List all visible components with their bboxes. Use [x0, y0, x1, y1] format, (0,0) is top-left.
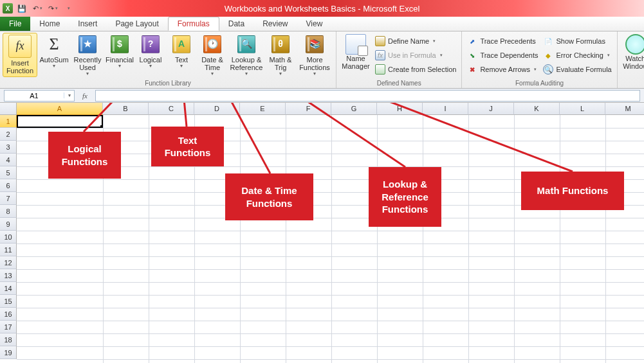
row-header[interactable]: 10	[0, 231, 17, 243]
undo-icon[interactable]: ↶▾	[31, 2, 44, 15]
chevron-down-icon: ▾	[86, 71, 89, 77]
column-header[interactable]: A	[17, 103, 103, 115]
row-header[interactable]: 6	[0, 179, 17, 192]
row-header[interactable]: 4	[0, 154, 17, 166]
more-functions-button[interactable]: 📚 More Functions ▾	[296, 33, 333, 77]
tab-insert[interactable]: Insert	[69, 17, 106, 31]
callout-lookup: Lookup & Reference Functions	[369, 167, 441, 227]
remove-arrows-button[interactable]: ✖ Remove Arrows ▾	[465, 62, 540, 76]
name-box-value[interactable]: A1	[5, 92, 64, 100]
row-headers: 12345678910111213141516171819	[0, 115, 17, 359]
tab-home[interactable]: Home	[30, 17, 69, 31]
book-icon: 🕐	[203, 35, 221, 53]
evaluate-formula-button[interactable]: 🔍 Evaluate Formula	[540, 62, 614, 76]
logical-button[interactable]: ? Logical ▾	[135, 33, 166, 77]
use-in-formula-button[interactable]: fx Use in Formula ▾	[373, 48, 459, 62]
show-formulas-button[interactable]: 📄 Show Formulas	[540, 34, 614, 48]
column-header[interactable]: I	[423, 103, 468, 115]
name-manager-button[interactable]: Name Manager	[339, 33, 373, 76]
name-box[interactable]: A1 ▾	[4, 90, 75, 102]
tab-page-layout[interactable]: Page Layout	[106, 17, 167, 31]
callout-logical: Logical Functions	[48, 132, 121, 179]
save-icon[interactable]: 💾	[15, 2, 28, 15]
text-button[interactable]: A Text ▾	[166, 33, 197, 77]
date-time-button[interactable]: 🕐 Date & Time ▾	[197, 33, 228, 77]
select-all-corner[interactable]	[0, 103, 17, 115]
row-header[interactable]: 15	[0, 295, 17, 308]
chevron-down-icon: ▾	[180, 64, 183, 69]
book-icon: $	[111, 35, 129, 53]
row-header[interactable]: 5	[0, 166, 17, 179]
row-header[interactable]: 3	[0, 141, 17, 154]
row-header[interactable]: 11	[0, 243, 17, 256]
recently-used-button[interactable]: ★ Recently Used ▾	[71, 33, 104, 77]
tab-formulas[interactable]: Formulas	[168, 17, 219, 31]
column-header[interactable]: L	[560, 103, 605, 115]
excel-icon: X	[3, 3, 13, 13]
insert-function-label: Insert Function	[5, 59, 35, 75]
column-header[interactable]: B	[103, 103, 149, 115]
use-in-formula-label: Use in Formula	[388, 51, 436, 59]
row-header[interactable]: 13	[0, 269, 17, 282]
row-header[interactable]: 12	[0, 256, 17, 269]
create-from-selection-label: Create from Selection	[388, 66, 456, 73]
row-header[interactable]: 19	[0, 346, 17, 359]
autosum-button[interactable]: Σ AutoSum ▾	[37, 33, 71, 77]
row-header[interactable]: 9	[0, 218, 17, 231]
row-header[interactable]: 2	[0, 128, 17, 141]
error-checking-button[interactable]: ◆ Error Checking ▾	[540, 48, 614, 62]
group-formula-auditing: ⬈ Trace Precedents ⬊ Trace Dependents ✖ …	[462, 31, 617, 88]
tab-file[interactable]: File	[0, 17, 30, 31]
column-header[interactable]: D	[194, 103, 240, 115]
trace-dependents-button[interactable]: ⬊ Trace Dependents	[465, 48, 540, 62]
callout-text: Text Functions	[151, 127, 224, 166]
column-header[interactable]: H	[377, 103, 423, 115]
tab-review[interactable]: Review	[253, 17, 297, 31]
name-manager-label: Name Manager	[340, 55, 371, 70]
watch-window-button[interactable]: Watch Window	[620, 33, 644, 70]
column-header[interactable]: G	[331, 103, 377, 115]
lookup-reference-button[interactable]: 🔍 Lookup & Reference ▾	[228, 33, 265, 77]
column-header[interactable]: F	[286, 103, 331, 115]
watch-window-label: Watch Window	[621, 55, 644, 70]
active-cell[interactable]	[17, 115, 103, 128]
callout-math: Math Functions	[521, 172, 624, 210]
column-header[interactable]: K	[514, 103, 560, 115]
more-functions-label: More Functions	[297, 56, 332, 71]
column-headers: ABCDEFGHIJKLMN	[17, 103, 644, 115]
trace-precedents-button[interactable]: ⬈ Trace Precedents	[465, 34, 540, 48]
row-header[interactable]: 8	[0, 205, 17, 218]
create-from-selection-button[interactable]: Create from Selection	[373, 62, 459, 76]
row-header[interactable]: 16	[0, 308, 17, 321]
tab-view[interactable]: View	[297, 17, 332, 31]
chevron-down-icon: ▾	[53, 64, 55, 69]
name-box-dropdown-icon[interactable]: ▾	[64, 93, 74, 98]
column-header[interactable]: M	[605, 103, 644, 115]
row-header[interactable]: 1	[0, 115, 17, 128]
chevron-down-icon: ▾	[211, 71, 214, 77]
column-header[interactable]: E	[240, 103, 286, 115]
define-name-button[interactable]: Define Name ▾	[373, 34, 459, 48]
formula-input[interactable]	[95, 90, 640, 102]
row-header[interactable]: 18	[0, 333, 17, 346]
spreadsheet-grid[interactable]: ABCDEFGHIJKLMN 1234567891011121314151617…	[0, 103, 644, 363]
group-defined-names: Name Manager Define Name ▾ fx Use in For…	[336, 31, 462, 88]
tab-data[interactable]: Data	[219, 17, 253, 31]
qat-customize-icon[interactable]: ▾	[62, 2, 75, 15]
column-header[interactable]: C	[149, 103, 194, 115]
chevron-down-icon: ▾	[440, 53, 443, 58]
book-icon: θ	[271, 35, 290, 53]
row-header[interactable]: 17	[0, 321, 17, 333]
formula-bar-row: A1 ▾ fx	[0, 89, 644, 103]
column-header[interactable]: J	[468, 103, 514, 115]
insert-function-button[interactable]: fx Insert Function	[3, 33, 37, 77]
row-header[interactable]: 14	[0, 282, 17, 295]
chevron-down-icon: ▾	[118, 64, 121, 69]
redo-icon[interactable]: ↷▾	[46, 2, 59, 15]
row-header[interactable]: 7	[0, 192, 17, 205]
math-trig-button[interactable]: θ Math & Trig ▾	[265, 33, 296, 77]
financial-button[interactable]: $ Financial ▾	[104, 33, 135, 77]
date-time-label: Date & Time	[198, 56, 226, 71]
ribbon-tabs: File Home Insert Page Layout Formulas Da…	[0, 17, 644, 31]
fx-button[interactable]: fx	[77, 92, 93, 100]
